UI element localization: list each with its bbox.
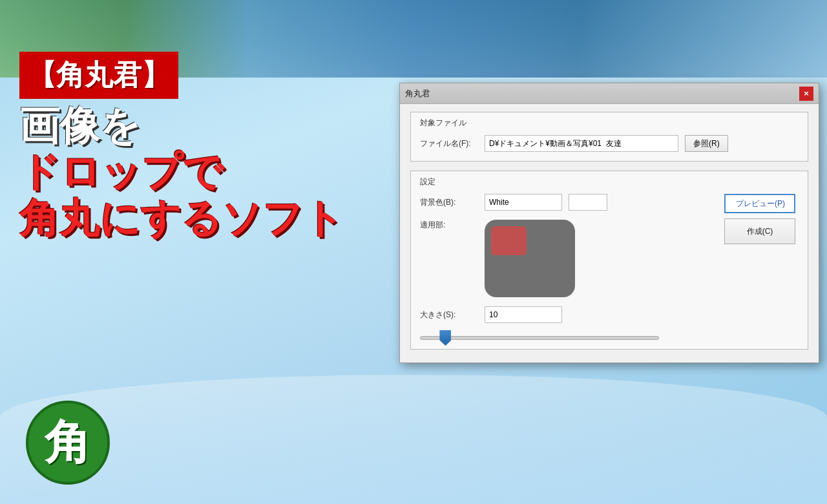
file-input[interactable] (485, 135, 678, 152)
slider-track[interactable] (420, 336, 659, 340)
create-button[interactable]: 作成(C) (724, 218, 795, 244)
apply-label: 適用部: (420, 220, 478, 231)
dialog-body: 対象ファイル ファイル名(F): 参照(R) 設定 背景色(B): (400, 104, 819, 362)
dialog-title: 角丸君 (405, 88, 430, 100)
apply-row: 適用部: (420, 220, 711, 297)
bg-wave (0, 375, 827, 504)
settings-left: 背景色(B): 適用部: 大きさ(S): (420, 194, 711, 340)
preview-button[interactable]: プレビュー(P) (724, 194, 795, 213)
subtitle-line3: 角丸にするソフト (19, 195, 344, 241)
settings-legend: 設定 (420, 176, 799, 187)
dialog-close-button[interactable]: × (799, 87, 813, 101)
browse-button[interactable]: 参照(R) (685, 135, 728, 152)
slider-thumb[interactable] (439, 330, 451, 346)
file-row: ファイル名(F): 参照(R) (420, 135, 799, 152)
preview-red-rect (491, 226, 527, 255)
bg-color-label: 背景色(B): (420, 197, 478, 208)
subtitle-line2: ドロップで (19, 149, 344, 194)
preview-canvas (485, 220, 575, 297)
size-label: 大きさ(S): (420, 310, 478, 320)
bg-color-input[interactable] (485, 194, 562, 211)
slider-container (420, 336, 711, 340)
file-section-legend: 対象ファイル (420, 118, 799, 129)
settings-layout: 背景色(B): 適用部: 大きさ(S): (420, 194, 799, 340)
title-text: 【角丸君】 (28, 59, 170, 90)
dialog-titlebar: 角丸君 × (400, 83, 819, 104)
file-section: 対象ファイル ファイル名(F): 参照(R) (410, 112, 808, 162)
size-input[interactable] (485, 306, 562, 323)
title-box: 【角丸君】 (19, 52, 178, 99)
file-label: ファイル名(F): (420, 138, 478, 149)
logo-circle: 角 (26, 401, 110, 485)
settings-section: 設定 背景色(B): 適用部: (410, 171, 808, 350)
size-row: 大きさ(S): (420, 306, 711, 323)
color-swatch[interactable] (569, 194, 607, 211)
left-panel: 【角丸君】 画像を ドロップで 角丸にするソフト (19, 52, 344, 241)
bg-color-row: 背景色(B): (420, 194, 711, 211)
logo-char: 角 (45, 412, 91, 474)
dialog-window: 角丸君 × 対象ファイル ファイル名(F): 参照(R) 設定 背景色(B): (399, 83, 819, 363)
settings-right: プレビュー(P) 作成(C) (721, 194, 799, 340)
subtitle-line1: 画像を (19, 103, 344, 149)
